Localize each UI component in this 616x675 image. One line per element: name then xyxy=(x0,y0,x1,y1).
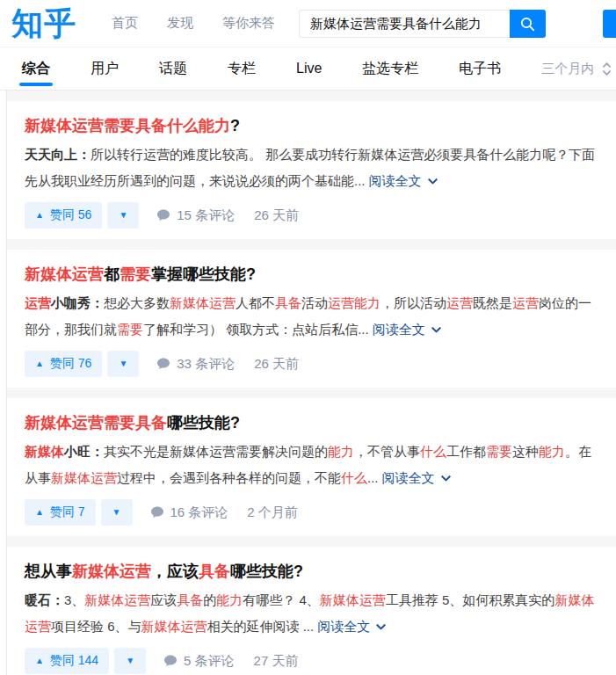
downvote-button[interactable]: ▼ xyxy=(107,351,139,377)
search-tabs: 综合 用户 话题 专栏 Live 盐选专栏 电子书 三个月内 xyxy=(0,47,616,91)
comments-link[interactable]: 33 条评论 xyxy=(156,356,235,373)
nav-waiting-answer[interactable]: 等你来答 xyxy=(222,15,275,32)
comment-icon xyxy=(156,357,170,371)
chevron-down-icon xyxy=(427,176,438,187)
result-summary: 暖石：3、新媒体运营应该具备的能力有哪些？ 4、新媒体运营工具推荐 5、如何积累… xyxy=(25,587,604,640)
comments-count: 16 条评论 xyxy=(170,504,228,521)
upvote-icon: ▲ xyxy=(35,359,44,368)
result-summary-text: 想必大多数新媒体运营人都不具备活动运营能力，所以活动运营既然是运营岗位的一部分，… xyxy=(25,295,591,337)
search-result-card: 新媒体运营需要具备哪些技能? 新媒体小旺：其实不光是新媒体运营需要解决问题的能力… xyxy=(7,398,616,536)
result-time: 27 天前 xyxy=(254,653,299,670)
downvote-icon: ▼ xyxy=(126,657,134,665)
comment-icon xyxy=(156,208,170,222)
read-more-label: 阅读全文 xyxy=(373,322,425,337)
tab-general[interactable]: 综合 xyxy=(22,47,50,91)
downvote-button[interactable]: ▼ xyxy=(114,648,146,674)
result-summary: 天天向上：所以转行运营的难度比较高。 那么要成功转行新媒体运营必须要具备什么能力… xyxy=(25,142,604,194)
result-footer: ▲ 赞同 7 ▼ 16 条评论 2 个月前 xyxy=(25,499,604,526)
upvote-icon: ▲ xyxy=(35,211,44,220)
search-button[interactable] xyxy=(510,10,546,38)
result-title[interactable]: 新媒体运营需要具备什么能力? xyxy=(25,113,604,138)
tab-columns[interactable]: 专栏 xyxy=(228,47,256,91)
search-result-card: 想从事新媒体运营，应该具备哪些技能? 暖石：3、新媒体运营应该具备的能力有哪些？… xyxy=(7,547,616,675)
upvote-label: 赞同 76 xyxy=(50,356,91,372)
result-author[interactable]: 运营小咖秀： xyxy=(25,295,104,310)
upvote-label: 赞同 7 xyxy=(50,504,85,520)
tab-users[interactable]: 用户 xyxy=(91,47,119,91)
tab-topics[interactable]: 话题 xyxy=(159,47,187,91)
downvote-icon: ▼ xyxy=(119,211,127,220)
upvote-label: 赞同 144 xyxy=(50,653,98,669)
upvote-button[interactable]: ▲ 赞同 76 xyxy=(25,351,102,377)
result-footer: ▲ 赞同 144 ▼ 5 条评论 27 天前 xyxy=(25,648,604,674)
result-summary: 新媒体小旺：其实不光是新媒体运营需要解决问题的能力，不管从事什么工作都需要这种能… xyxy=(25,439,604,491)
read-more-label: 阅读全文 xyxy=(317,619,370,634)
ask-question-button[interactable]: 提问 xyxy=(603,10,616,38)
search-input[interactable] xyxy=(299,10,510,38)
comments-link[interactable]: 16 条评论 xyxy=(150,504,228,521)
result-title[interactable]: 想从事新媒体运营，应该具备哪些技能? xyxy=(25,559,604,584)
time-filter-label: 三个月内 xyxy=(541,61,594,77)
upvote-icon: ▲ xyxy=(35,657,44,665)
comment-icon xyxy=(163,654,178,668)
chevron-down-icon xyxy=(375,621,387,633)
read-more-label: 阅读全文 xyxy=(382,470,435,485)
comments-count: 5 条评论 xyxy=(184,653,235,670)
time-filter-dropdown[interactable]: 三个月内 xyxy=(541,61,612,77)
comments-link[interactable]: 15 条评论 xyxy=(156,207,235,224)
zhihu-logo[interactable]: 知乎 xyxy=(11,0,76,47)
downvote-icon: ▼ xyxy=(112,508,121,517)
result-footer: ▲ 赞同 76 ▼ 33 条评论 26 天前 xyxy=(25,351,604,377)
search-icon xyxy=(519,16,536,33)
result-author[interactable]: 天天向上： xyxy=(25,147,91,162)
search-result-card: 新媒体运营需要具备什么能力? 天天向上：所以转行运营的难度比较高。 那么要成功转… xyxy=(7,101,616,239)
read-more-link[interactable]: 阅读全文 xyxy=(317,619,387,634)
comments-link[interactable]: 5 条评论 xyxy=(163,653,235,670)
downvote-icon: ▼ xyxy=(119,359,127,368)
upvote-button[interactable]: ▲ 赞同 144 xyxy=(25,648,109,674)
result-title[interactable]: 新媒体运营都需要掌握哪些技能? xyxy=(25,262,604,287)
chevron-down-icon xyxy=(440,473,452,484)
result-summary-text: 其实不光是新媒体运营需要解决问题的能力，不管从事什么工作都需要这种能力。在从事新… xyxy=(25,444,591,485)
result-author[interactable]: 新媒体小旺： xyxy=(25,444,104,459)
result-time: 26 天前 xyxy=(254,207,299,224)
result-title[interactable]: 新媒体运营需要具备哪些技能? xyxy=(25,410,604,435)
sort-chevrons-icon xyxy=(602,62,612,76)
result-author[interactable]: 暖石： xyxy=(25,592,64,607)
upvote-label: 赞同 56 xyxy=(50,207,91,223)
result-time: 26 天前 xyxy=(254,356,299,373)
chevron-down-icon xyxy=(431,324,442,336)
tab-live[interactable]: Live xyxy=(296,47,322,91)
upvote-button[interactable]: ▲ 赞同 7 xyxy=(25,499,96,526)
read-more-label: 阅读全文 xyxy=(369,173,422,188)
downvote-button[interactable]: ▼ xyxy=(107,202,139,229)
result-time: 2 个月前 xyxy=(247,504,298,521)
tab-salt-selection[interactable]: 盐选专栏 xyxy=(362,47,418,91)
read-more-link[interactable]: 阅读全文 xyxy=(369,173,438,188)
search-bar xyxy=(299,10,546,38)
read-more-link[interactable]: 阅读全文 xyxy=(373,322,442,337)
result-summary-text: 3、新媒体运营应该具备的能力有哪些？ 4、新媒体运营工具推荐 5、如何积累真实的… xyxy=(25,592,594,634)
top-header: 知乎 首页 发现 等你来答 提问 xyxy=(0,0,616,47)
comments-count: 33 条评论 xyxy=(177,356,235,373)
main-nav: 首页 发现 等你来答 xyxy=(112,15,275,32)
result-summary-text: 所以转行运营的难度比较高。 那么要成功转行新媒体运营必须要具备什么能力呢？下面先… xyxy=(25,147,595,188)
result-footer: ▲ 赞同 56 ▼ 15 条评论 26 天前 xyxy=(25,202,604,229)
search-result-card: 新媒体运营都需要掌握哪些技能? 运营小咖秀：想必大多数新媒体运营人都不具备活动运… xyxy=(7,250,616,388)
downvote-button[interactable]: ▼ xyxy=(101,499,133,526)
read-more-link[interactable]: 阅读全文 xyxy=(382,470,452,485)
tab-ebooks[interactable]: 电子书 xyxy=(459,47,501,91)
nav-discover[interactable]: 发现 xyxy=(167,15,193,32)
nav-home[interactable]: 首页 xyxy=(112,15,138,32)
comment-icon xyxy=(150,505,164,519)
upvote-icon: ▲ xyxy=(35,508,44,517)
comments-count: 15 条评论 xyxy=(177,207,235,224)
results-list: 新媒体运营需要具备什么能力? 天天向上：所以转行运营的难度比较高。 那么要成功转… xyxy=(6,91,616,675)
result-summary: 运营小咖秀：想必大多数新媒体运营人都不具备活动运营能力，所以活动运营既然是运营岗… xyxy=(25,290,604,343)
upvote-button[interactable]: ▲ 赞同 56 xyxy=(25,202,102,229)
